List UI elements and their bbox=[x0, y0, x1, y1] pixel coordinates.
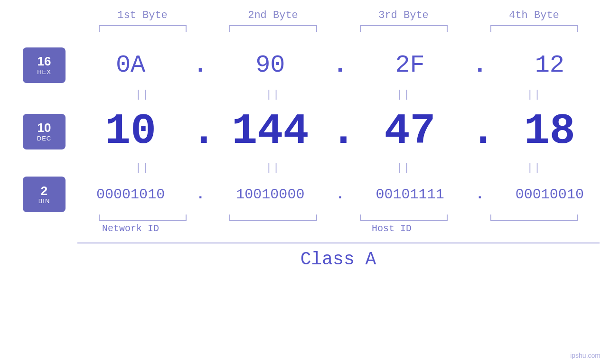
dec-badge: 10 DEC bbox=[23, 114, 66, 149]
bracket-bottom-2 bbox=[229, 215, 317, 221]
class-label: Class A bbox=[300, 249, 376, 270]
dec-dot2: . bbox=[331, 107, 350, 156]
equals-row-1: || || || || bbox=[77, 89, 600, 101]
dec-byte3: 47 bbox=[350, 107, 470, 156]
id-labels-row: Network ID Host ID bbox=[77, 223, 600, 234]
eq2-4: || bbox=[469, 162, 600, 174]
eq2-2: || bbox=[208, 162, 338, 174]
eq2-3: || bbox=[338, 162, 469, 174]
dec-values-area: 10 . 144 . 47 . 18 bbox=[70, 107, 610, 156]
dec-base-label: DEC bbox=[37, 135, 51, 142]
bin-badge: 2 BIN bbox=[23, 177, 66, 212]
hex-values-area: 0A . 90 . 2F . 12 bbox=[70, 51, 610, 79]
bracket-top-4 bbox=[490, 25, 578, 32]
hex-dot1: . bbox=[191, 51, 210, 79]
byte3-header: 3rd Byte bbox=[338, 9, 469, 25]
hex-dot2: . bbox=[331, 51, 350, 79]
dec-base-number: 10 bbox=[38, 121, 51, 135]
hex-dot3: . bbox=[470, 51, 489, 79]
main-container: 1st Byte 2nd Byte 3rd Byte 4th Byte 16 H… bbox=[0, 0, 610, 364]
byte4-header: 4th Byte bbox=[469, 9, 600, 25]
equals-row-2: || || || || bbox=[77, 162, 600, 174]
bracket-bottom-4 bbox=[490, 215, 578, 221]
bin-byte3: 00101111 bbox=[350, 187, 470, 203]
bracket-top-3 bbox=[360, 25, 448, 32]
hex-base-number: 16 bbox=[38, 55, 51, 68]
bin-base-label: BIN bbox=[38, 197, 50, 205]
bottom-brackets bbox=[77, 215, 600, 221]
dec-byte4: 18 bbox=[489, 107, 610, 156]
bin-values-area: 00001010 . 10010000 . 00101111 . 0001001… bbox=[70, 187, 610, 203]
bracket-bottom-1 bbox=[99, 215, 187, 221]
bin-dot2: . bbox=[331, 187, 350, 203]
hex-byte1: 0A bbox=[70, 51, 191, 79]
bracket-top-2 bbox=[229, 25, 317, 32]
eq1-1: || bbox=[77, 89, 208, 101]
top-brackets bbox=[77, 25, 600, 32]
eq2-1: || bbox=[77, 162, 208, 174]
watermark: ipshu.com bbox=[570, 352, 601, 359]
host-id-label: Host ID bbox=[184, 223, 600, 234]
dec-dot1: . bbox=[191, 107, 210, 156]
eq1-2: || bbox=[208, 89, 338, 101]
network-id-label: Network ID bbox=[77, 223, 184, 234]
bin-byte2: 10010000 bbox=[210, 187, 330, 203]
bin-byte1: 00001010 bbox=[70, 187, 191, 203]
byte-headers-row: 1st Byte 2nd Byte 3rd Byte 4th Byte bbox=[77, 9, 600, 25]
bin-dot1: . bbox=[191, 187, 210, 203]
bin-base-number: 2 bbox=[41, 184, 47, 198]
bin-row: 2 BIN 00001010 . 10010000 . 00101111 . 0… bbox=[0, 174, 610, 215]
dec-dot3: . bbox=[470, 107, 489, 156]
byte2-header: 2nd Byte bbox=[208, 9, 338, 25]
hex-row: 16 HEX 0A . 90 . 2F . 12 bbox=[0, 41, 610, 89]
hex-badge: 16 HEX bbox=[23, 47, 66, 83]
hex-base-label: HEX bbox=[37, 68, 51, 75]
hex-byte3: 2F bbox=[350, 51, 470, 79]
byte1-header: 1st Byte bbox=[77, 9, 208, 25]
class-row: Class A bbox=[77, 243, 600, 270]
bin-byte4: 00010010 bbox=[489, 187, 610, 203]
hex-byte4: 12 bbox=[489, 51, 610, 79]
hex-byte2: 90 bbox=[210, 51, 330, 79]
eq1-4: || bbox=[469, 89, 600, 101]
bin-dot3: . bbox=[470, 187, 489, 203]
dec-row: 10 DEC 10 . 144 . 47 . 18 bbox=[0, 101, 610, 162]
bracket-bottom-3 bbox=[360, 215, 448, 221]
bracket-top-1 bbox=[99, 25, 187, 32]
dec-byte1: 10 bbox=[70, 107, 191, 156]
eq1-3: || bbox=[338, 89, 469, 101]
dec-byte2: 144 bbox=[210, 107, 330, 156]
